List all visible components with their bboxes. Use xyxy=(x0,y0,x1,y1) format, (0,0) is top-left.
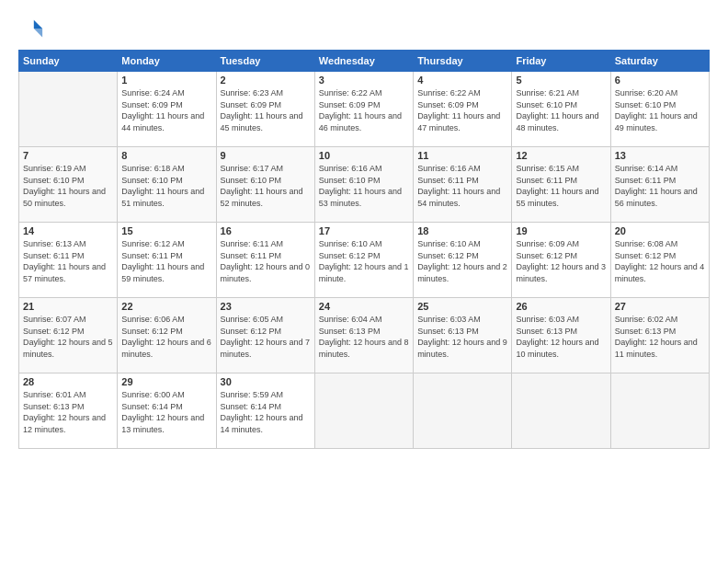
day-number: 26 xyxy=(516,301,606,312)
day-info: Sunrise: 6:12 AM Sunset: 6:11 PM Dayligh… xyxy=(121,238,211,284)
day-number: 21 xyxy=(23,301,113,312)
day-cell: 2 Sunrise: 6:23 AM Sunset: 6:09 PM Dayli… xyxy=(216,72,314,147)
day-number: 8 xyxy=(121,150,211,161)
day-cell: 6 Sunrise: 6:20 AM Sunset: 6:10 PM Dayli… xyxy=(610,72,709,147)
day-cell: 14 Sunrise: 6:13 AM Sunset: 6:11 PM Dayl… xyxy=(19,223,118,298)
day-info: Sunrise: 6:09 AM Sunset: 6:12 PM Dayligh… xyxy=(516,238,606,284)
day-cell xyxy=(610,373,709,449)
day-number: 16 xyxy=(221,225,311,236)
day-number: 9 xyxy=(221,150,311,161)
day-info: Sunrise: 6:22 AM Sunset: 6:09 PM Dayligh… xyxy=(319,87,409,133)
day-cell: 10 Sunrise: 6:16 AM Sunset: 6:10 PM Dayl… xyxy=(314,147,413,223)
day-cell: 22 Sunrise: 6:06 AM Sunset: 6:12 PM Dayl… xyxy=(118,298,216,373)
day-cell: 9 Sunrise: 6:17 AM Sunset: 6:10 PM Dayli… xyxy=(216,147,314,223)
day-number: 4 xyxy=(417,75,507,86)
day-info: Sunrise: 6:03 AM Sunset: 6:13 PM Dayligh… xyxy=(417,314,507,360)
day-number: 11 xyxy=(417,150,507,161)
day-number: 23 xyxy=(221,301,311,312)
day-cell: 19 Sunrise: 6:09 AM Sunset: 6:12 PM Dayl… xyxy=(512,223,610,298)
day-number: 24 xyxy=(319,301,409,312)
col-thursday: Thursday xyxy=(414,51,512,72)
day-info: Sunrise: 6:10 AM Sunset: 6:12 PM Dayligh… xyxy=(417,238,507,284)
header-row: Sunday Monday Tuesday Wednesday Thursday… xyxy=(19,51,710,72)
day-info: Sunrise: 6:10 AM Sunset: 6:12 PM Dayligh… xyxy=(319,238,409,284)
day-cell: 17 Sunrise: 6:10 AM Sunset: 6:12 PM Dayl… xyxy=(314,223,413,298)
day-number: 12 xyxy=(516,150,606,161)
day-number: 2 xyxy=(221,75,311,86)
day-info: Sunrise: 6:08 AM Sunset: 6:12 PM Dayligh… xyxy=(615,238,705,284)
day-info: Sunrise: 6:00 AM Sunset: 6:14 PM Dayligh… xyxy=(121,389,211,435)
day-info: Sunrise: 6:23 AM Sunset: 6:09 PM Dayligh… xyxy=(221,87,311,133)
day-cell: 24 Sunrise: 6:04 AM Sunset: 6:13 PM Dayl… xyxy=(314,298,413,373)
day-number: 7 xyxy=(23,150,113,161)
day-cell: 20 Sunrise: 6:08 AM Sunset: 6:12 PM Dayl… xyxy=(610,223,709,298)
day-cell xyxy=(414,373,512,449)
day-cell: 23 Sunrise: 6:05 AM Sunset: 6:12 PM Dayl… xyxy=(216,298,314,373)
day-cell: 15 Sunrise: 6:12 AM Sunset: 6:11 PM Dayl… xyxy=(118,223,216,298)
day-info: Sunrise: 6:17 AM Sunset: 6:10 PM Dayligh… xyxy=(221,163,311,209)
day-info: Sunrise: 6:14 AM Sunset: 6:11 PM Dayligh… xyxy=(615,163,705,209)
day-info: Sunrise: 6:21 AM Sunset: 6:10 PM Dayligh… xyxy=(516,87,606,133)
day-number: 3 xyxy=(319,75,409,86)
week-row-4: 28 Sunrise: 6:01 AM Sunset: 6:13 PM Dayl… xyxy=(19,373,710,449)
day-number: 10 xyxy=(319,150,409,161)
day-cell: 30 Sunrise: 5:59 AM Sunset: 6:14 PM Dayl… xyxy=(216,373,314,449)
day-cell: 25 Sunrise: 6:03 AM Sunset: 6:13 PM Dayl… xyxy=(414,298,512,373)
svg-marker-0 xyxy=(34,20,42,29)
day-cell: 5 Sunrise: 6:21 AM Sunset: 6:10 PM Dayli… xyxy=(512,72,610,147)
day-number: 17 xyxy=(319,225,409,236)
day-number: 18 xyxy=(417,225,507,236)
day-info: Sunrise: 6:20 AM Sunset: 6:10 PM Dayligh… xyxy=(615,87,705,133)
day-info: Sunrise: 6:01 AM Sunset: 6:13 PM Dayligh… xyxy=(23,389,113,435)
day-number: 22 xyxy=(121,301,211,312)
week-row-1: 7 Sunrise: 6:19 AM Sunset: 6:10 PM Dayli… xyxy=(19,147,710,223)
day-cell: 29 Sunrise: 6:00 AM Sunset: 6:14 PM Dayl… xyxy=(118,373,216,449)
day-number: 1 xyxy=(121,75,211,86)
day-info: Sunrise: 6:24 AM Sunset: 6:09 PM Dayligh… xyxy=(121,87,211,133)
week-row-2: 14 Sunrise: 6:13 AM Sunset: 6:11 PM Dayl… xyxy=(19,223,710,298)
day-number: 19 xyxy=(516,225,606,236)
day-cell: 18 Sunrise: 6:10 AM Sunset: 6:12 PM Dayl… xyxy=(414,223,512,298)
day-cell: 28 Sunrise: 6:01 AM Sunset: 6:13 PM Dayl… xyxy=(19,373,118,449)
col-monday: Monday xyxy=(118,51,216,72)
day-info: Sunrise: 6:22 AM Sunset: 6:09 PM Dayligh… xyxy=(417,87,507,133)
day-number: 13 xyxy=(615,150,705,161)
day-cell: 11 Sunrise: 6:16 AM Sunset: 6:11 PM Dayl… xyxy=(414,147,512,223)
day-cell: 4 Sunrise: 6:22 AM Sunset: 6:09 PM Dayli… xyxy=(414,72,512,147)
logo-icon xyxy=(18,17,44,42)
day-cell: 7 Sunrise: 6:19 AM Sunset: 6:10 PM Dayli… xyxy=(19,147,118,223)
day-info: Sunrise: 6:03 AM Sunset: 6:13 PM Dayligh… xyxy=(516,314,606,360)
day-cell: 12 Sunrise: 6:15 AM Sunset: 6:11 PM Dayl… xyxy=(512,147,610,223)
day-info: Sunrise: 6:06 AM Sunset: 6:12 PM Dayligh… xyxy=(121,314,211,360)
day-info: Sunrise: 6:18 AM Sunset: 6:10 PM Dayligh… xyxy=(121,163,211,209)
day-number: 29 xyxy=(121,376,211,387)
col-saturday: Saturday xyxy=(610,51,709,72)
day-cell: 8 Sunrise: 6:18 AM Sunset: 6:10 PM Dayli… xyxy=(118,147,216,223)
logo xyxy=(18,17,46,42)
day-cell: 13 Sunrise: 6:14 AM Sunset: 6:11 PM Dayl… xyxy=(610,147,709,223)
day-info: Sunrise: 6:05 AM Sunset: 6:12 PM Dayligh… xyxy=(221,314,311,360)
day-info: Sunrise: 6:07 AM Sunset: 6:12 PM Dayligh… xyxy=(23,314,113,360)
day-info: Sunrise: 6:16 AM Sunset: 6:10 PM Dayligh… xyxy=(319,163,409,209)
day-cell xyxy=(314,373,413,449)
day-cell: 3 Sunrise: 6:22 AM Sunset: 6:09 PM Dayli… xyxy=(314,72,413,147)
day-cell: 16 Sunrise: 6:11 AM Sunset: 6:11 PM Dayl… xyxy=(216,223,314,298)
day-cell: 26 Sunrise: 6:03 AM Sunset: 6:13 PM Dayl… xyxy=(512,298,610,373)
day-info: Sunrise: 6:11 AM Sunset: 6:11 PM Dayligh… xyxy=(221,238,311,284)
col-sunday: Sunday xyxy=(19,51,118,72)
col-wednesday: Wednesday xyxy=(314,51,413,72)
day-number: 15 xyxy=(121,225,211,236)
day-cell xyxy=(19,72,118,147)
col-friday: Friday xyxy=(512,51,610,72)
day-info: Sunrise: 5:59 AM Sunset: 6:14 PM Dayligh… xyxy=(221,389,311,435)
day-info: Sunrise: 6:04 AM Sunset: 6:13 PM Dayligh… xyxy=(319,314,409,360)
day-info: Sunrise: 6:02 AM Sunset: 6:13 PM Dayligh… xyxy=(615,314,705,360)
day-info: Sunrise: 6:15 AM Sunset: 6:11 PM Dayligh… xyxy=(516,163,606,209)
day-number: 30 xyxy=(221,376,311,387)
day-number: 6 xyxy=(615,75,705,86)
week-row-0: 1 Sunrise: 6:24 AM Sunset: 6:09 PM Dayli… xyxy=(19,72,710,147)
svg-marker-1 xyxy=(34,29,42,37)
day-number: 27 xyxy=(615,301,705,312)
day-number: 14 xyxy=(23,225,113,236)
day-cell: 27 Sunrise: 6:02 AM Sunset: 6:13 PM Dayl… xyxy=(610,298,709,373)
